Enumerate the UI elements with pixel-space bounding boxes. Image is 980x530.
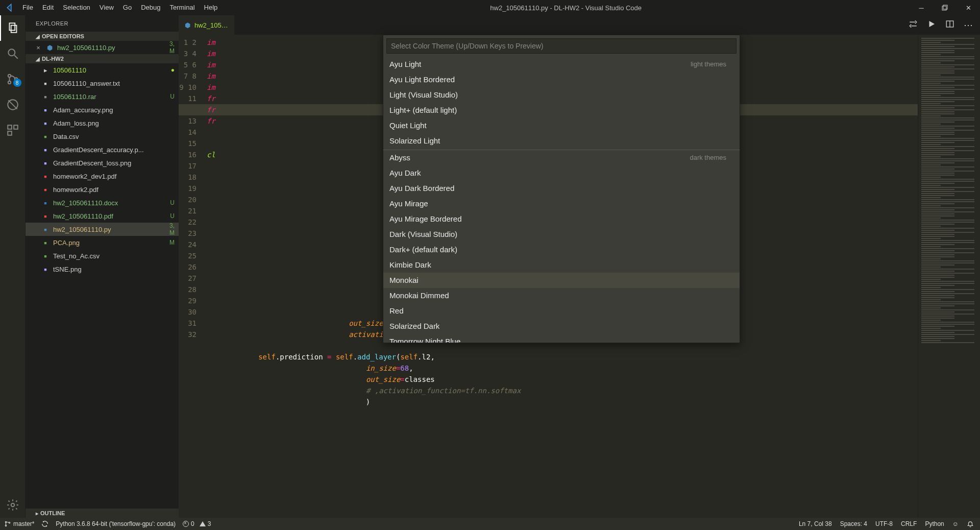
sidebar-title: EXPLORER — [26, 15, 179, 32]
theme-option[interactable]: Dark+ (default dark) — [383, 242, 740, 257]
menu-view[interactable]: View — [95, 0, 118, 15]
file-icon: ▸ — [41, 66, 50, 74]
minimap[interactable] — [918, 35, 980, 518]
search-icon[interactable] — [0, 41, 26, 66]
theme-option[interactable]: Solarized Light — [383, 133, 740, 149]
more-icon[interactable]: ⋯ — [964, 19, 973, 31]
theme-search-input[interactable]: Select Color Theme (Up/Down Keys to Prev… — [386, 38, 737, 54]
theme-option[interactable]: Monokai Dimmed — [383, 288, 740, 303]
file-item[interactable]: ▪ 105061110_answer.txt — [26, 77, 179, 90]
file-icon: ▪ — [41, 226, 50, 233]
svg-point-16 — [5, 521, 6, 522]
theme-option[interactable]: Ayu Mirage Bordered — [383, 211, 740, 227]
theme-option[interactable]: light themesAyu Light — [383, 57, 740, 72]
file-item[interactable]: ▪ tSNE.png — [26, 262, 179, 276]
sidebar: EXPLORER ◢ OPEN EDITORS × ⬢ hw2_10506111… — [26, 15, 179, 518]
indentation[interactable]: Spaces: 4 — [840, 520, 867, 527]
svg-rect-11 — [14, 125, 18, 129]
theme-option[interactable]: Solarized Dark — [383, 319, 740, 334]
theme-option[interactable]: Light+ (default light) — [383, 103, 740, 118]
git-branch[interactable]: master* — [4, 520, 34, 527]
file-item[interactable]: ▪ hw2_105061110.py 3, M — [26, 223, 179, 236]
python-file-icon: ⬢ — [45, 44, 54, 52]
theme-option[interactable]: Quiet Light — [383, 118, 740, 133]
theme-option[interactable]: Tomorrow Night Blue — [383, 334, 740, 343]
notifications-icon[interactable] — [967, 520, 974, 527]
file-icon: ▪ — [41, 253, 50, 259]
file-item[interactable]: ▸ 105061110 ● — [26, 63, 179, 77]
problems[interactable]: 0 3 — [183, 520, 211, 527]
eol[interactable]: CRLF — [901, 520, 917, 527]
statusbar: master* Python 3.6.8 64-bit ('tensorflow… — [0, 518, 980, 530]
file-icon: ▪ — [41, 239, 50, 246]
debug-icon[interactable] — [0, 92, 26, 117]
minimize-button[interactable]: ─ — [910, 0, 933, 15]
open-editor-item[interactable]: × ⬢ hw2_105061110.py 3, M — [26, 41, 179, 54]
python-file-icon: ⬢ — [185, 21, 190, 29]
scm-badge: 8 — [13, 79, 21, 87]
file-item[interactable]: ▪ GradientDescent_loss.png — [26, 156, 179, 170]
extensions-icon[interactable] — [0, 117, 26, 143]
maximize-button[interactable] — [933, 0, 957, 15]
tab-active[interactable]: ⬢ hw2_105… — [179, 15, 234, 35]
open-editors-header[interactable]: ◢ OPEN EDITORS — [26, 32, 179, 41]
menu-debug[interactable]: Debug — [136, 0, 165, 15]
svg-rect-3 — [11, 26, 16, 33]
split-editor-icon[interactable] — [945, 19, 954, 31]
file-item[interactable]: ▪ Data.csv — [26, 130, 179, 143]
project-header[interactable]: ◢ DL-HW2 — [26, 54, 179, 63]
cursor-position[interactable]: Ln 7, Col 38 — [799, 520, 832, 527]
window-controls: ─ ✕ — [910, 0, 980, 15]
theme-option[interactable]: Red — [383, 303, 740, 319]
theme-option[interactable]: Ayu Dark Bordered — [383, 181, 740, 196]
file-icon: ▪ — [41, 266, 50, 273]
file-item[interactable]: ▪ hw2_105061110.pdf U — [26, 209, 179, 223]
file-item[interactable]: ▪ 105061110.rar U — [26, 90, 179, 103]
theme-option[interactable]: Kimbie Dark — [383, 257, 740, 273]
theme-option[interactable]: Ayu Dark — [383, 165, 740, 181]
error-icon — [183, 521, 189, 527]
svg-point-13 — [11, 503, 14, 507]
compare-icon[interactable] — [909, 19, 918, 31]
settings-gear-icon[interactable] — [0, 492, 26, 518]
svg-line-5 — [14, 55, 18, 59]
play-icon[interactable] — [927, 19, 936, 31]
file-item[interactable]: ▪ Adam_loss.png — [26, 116, 179, 130]
file-item[interactable]: ▪ homework2_dev1.pdf — [26, 170, 179, 183]
menu-terminal[interactable]: Terminal — [165, 0, 199, 15]
file-item[interactable]: ▪ PCA.png M — [26, 236, 179, 249]
explorer-icon[interactable] — [0, 15, 26, 41]
theme-option[interactable]: Dark (Visual Studio) — [383, 227, 740, 242]
feedback-icon[interactable]: ☺ — [952, 520, 959, 527]
theme-option[interactable]: Ayu Light Bordered — [383, 72, 740, 87]
theme-option[interactable]: Ayu Mirage — [383, 196, 740, 211]
svg-rect-12 — [8, 131, 12, 135]
file-icon: ▪ — [41, 186, 50, 193]
theme-option[interactable]: dark themesAbyss — [383, 150, 740, 165]
close-button[interactable]: ✕ — [957, 0, 980, 15]
file-item[interactable]: ▪ Adam_accuracy.png — [26, 103, 179, 116]
sync-icon[interactable] — [41, 520, 48, 527]
menu-file[interactable]: File — [18, 0, 38, 15]
theme-option[interactable]: Light (Visual Studio) — [383, 87, 740, 103]
source-control-icon[interactable]: 8 — [0, 66, 26, 92]
file-item[interactable]: ▪ GradientDescent_accuracy.p... — [26, 143, 179, 156]
file-item[interactable]: ▪ hw2_105061110.docx U — [26, 196, 179, 209]
menu-help[interactable]: Help — [200, 0, 223, 15]
outline-header[interactable]: ▸ OUTLINE — [26, 509, 179, 518]
close-icon[interactable]: × — [35, 44, 42, 52]
file-icon: ▪ — [41, 173, 50, 180]
file-icon: ▪ — [41, 213, 50, 220]
color-theme-picker: Select Color Theme (Up/Down Keys to Prev… — [383, 35, 740, 343]
theme-option[interactable]: Monokai — [383, 273, 740, 288]
file-item[interactable]: ▪ homework2.pdf — [26, 183, 179, 196]
menu-edit[interactable]: Edit — [38, 0, 58, 15]
menu-selection[interactable]: Selection — [58, 0, 94, 15]
menu-go[interactable]: Go — [118, 0, 136, 15]
file-icon: ▪ — [41, 93, 50, 100]
language-mode[interactable]: Python — [925, 520, 944, 527]
python-interpreter[interactable]: Python 3.6.8 64-bit ('tensorflow-gpu': c… — [56, 520, 176, 527]
file-item[interactable]: ▪ Test_no_Ac.csv — [26, 249, 179, 262]
encoding[interactable]: UTF-8 — [875, 520, 893, 527]
svg-point-6 — [8, 75, 10, 77]
